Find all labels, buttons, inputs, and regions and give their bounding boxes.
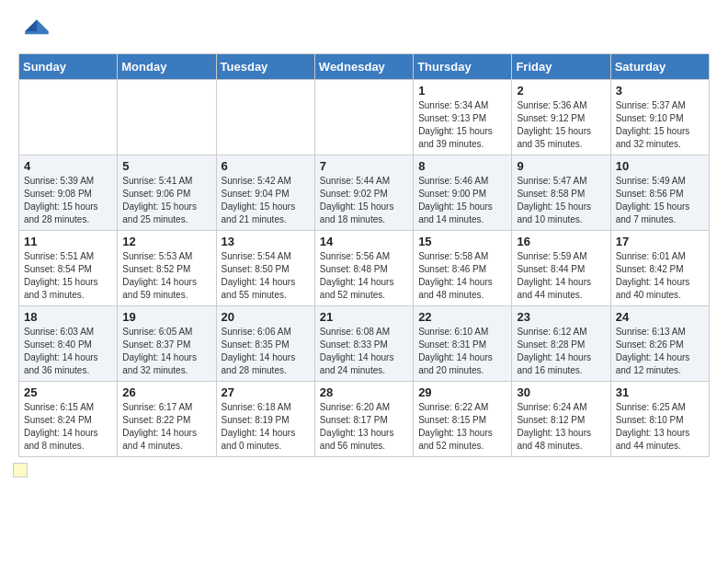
day-info: Sunrise: 5:46 AM Sunset: 9:00 PM Dayligh…	[418, 175, 506, 226]
calendar-week-row: 18Sunrise: 6:03 AM Sunset: 8:40 PM Dayli…	[19, 306, 710, 382]
day-number: 14	[320, 235, 408, 248]
day-number: 5	[122, 159, 210, 173]
calendar-week-row: 11Sunrise: 5:51 AM Sunset: 8:54 PM Dayli…	[19, 231, 710, 306]
calendar-cell: 28Sunrise: 6:20 AM Sunset: 8:17 PM Dayli…	[314, 382, 413, 457]
day-info: Sunrise: 6:01 AM Sunset: 8:42 PM Dayligh…	[616, 250, 704, 302]
day-info: Sunrise: 6:08 AM Sunset: 8:33 PM Dayligh…	[320, 326, 408, 377]
calendar-header-row: SundayMondayTuesdayWednesdayThursdayFrid…	[19, 54, 710, 80]
calendar-cell: 20Sunrise: 6:06 AM Sunset: 8:35 PM Dayli…	[216, 306, 314, 382]
calendar-cell: 15Sunrise: 5:58 AM Sunset: 8:46 PM Dayli…	[414, 231, 512, 306]
day-number: 11	[24, 235, 112, 248]
day-number: 15	[418, 235, 506, 248]
calendar-cell	[216, 80, 314, 155]
calendar-cell: 4Sunrise: 5:39 AM Sunset: 9:08 PM Daylig…	[19, 155, 118, 231]
day-info: Sunrise: 6:05 AM Sunset: 8:37 PM Dayligh…	[122, 326, 210, 377]
logo-icon	[22, 17, 51, 46]
day-info: Sunrise: 6:15 AM Sunset: 8:24 PM Dayligh…	[24, 401, 112, 453]
day-info: Sunrise: 5:34 AM Sunset: 9:13 PM Dayligh…	[418, 99, 506, 151]
calendar-week-row: 25Sunrise: 6:15 AM Sunset: 8:24 PM Dayli…	[19, 382, 710, 457]
calendar-cell: 13Sunrise: 5:54 AM Sunset: 8:50 PM Dayli…	[216, 231, 314, 306]
day-number: 3	[616, 84, 704, 98]
day-number: 1	[418, 84, 506, 98]
calendar-cell: 9Sunrise: 5:47 AM Sunset: 8:58 PM Daylig…	[512, 155, 610, 231]
day-info: Sunrise: 5:56 AM Sunset: 8:48 PM Dayligh…	[320, 250, 408, 302]
calendar-day-header-friday: Friday	[512, 54, 610, 80]
day-info: Sunrise: 5:47 AM Sunset: 8:58 PM Dayligh…	[517, 175, 605, 226]
calendar-wrapper: SundayMondayTuesdayWednesdayThursdayFrid…	[0, 53, 728, 457]
page-header	[0, 0, 728, 53]
day-info: Sunrise: 5:39 AM Sunset: 9:08 PM Dayligh…	[24, 175, 112, 226]
day-number: 22	[418, 310, 506, 324]
calendar-day-header-wednesday: Wednesday	[314, 54, 413, 80]
calendar-cell: 1Sunrise: 5:34 AM Sunset: 9:13 PM Daylig…	[414, 80, 512, 155]
day-info: Sunrise: 5:54 AM Sunset: 8:50 PM Dayligh…	[222, 250, 310, 302]
day-info: Sunrise: 5:53 AM Sunset: 8:52 PM Dayligh…	[122, 250, 210, 302]
calendar-cell: 26Sunrise: 6:17 AM Sunset: 8:22 PM Dayli…	[118, 382, 216, 457]
day-number: 6	[222, 159, 310, 173]
calendar-cell: 12Sunrise: 5:53 AM Sunset: 8:52 PM Dayli…	[118, 231, 216, 306]
legend-color-box	[13, 463, 28, 477]
calendar-cell: 18Sunrise: 6:03 AM Sunset: 8:40 PM Dayli…	[19, 306, 118, 382]
day-number: 16	[517, 235, 605, 248]
day-info: Sunrise: 6:20 AM Sunset: 8:17 PM Dayligh…	[320, 401, 408, 453]
day-number: 29	[418, 385, 506, 399]
calendar-cell: 31Sunrise: 6:25 AM Sunset: 8:10 PM Dayli…	[610, 382, 709, 457]
calendar-cell: 19Sunrise: 6:05 AM Sunset: 8:37 PM Dayli…	[118, 306, 216, 382]
day-number: 28	[320, 385, 408, 399]
day-number: 23	[517, 310, 605, 324]
svg-marker-0	[37, 19, 49, 31]
day-info: Sunrise: 6:17 AM Sunset: 8:22 PM Dayligh…	[122, 401, 210, 453]
calendar-cell: 24Sunrise: 6:13 AM Sunset: 8:26 PM Dayli…	[610, 306, 709, 382]
day-info: Sunrise: 6:10 AM Sunset: 8:31 PM Dayligh…	[418, 326, 506, 377]
day-info: Sunrise: 6:24 AM Sunset: 8:12 PM Dayligh…	[517, 401, 605, 453]
day-info: Sunrise: 6:18 AM Sunset: 8:19 PM Dayligh…	[222, 401, 310, 453]
svg-marker-1	[25, 19, 37, 31]
calendar-day-header-thursday: Thursday	[414, 54, 512, 80]
day-info: Sunrise: 6:22 AM Sunset: 8:15 PM Dayligh…	[418, 401, 506, 453]
calendar-cell: 7Sunrise: 5:44 AM Sunset: 9:02 PM Daylig…	[314, 155, 413, 231]
calendar-cell: 21Sunrise: 6:08 AM Sunset: 8:33 PM Dayli…	[314, 306, 413, 382]
calendar-day-header-monday: Monday	[118, 54, 216, 80]
calendar-cell: 25Sunrise: 6:15 AM Sunset: 8:24 PM Dayli…	[19, 382, 118, 457]
day-info: Sunrise: 5:41 AM Sunset: 9:06 PM Dayligh…	[122, 175, 210, 226]
logo	[22, 17, 53, 46]
day-number: 24	[616, 310, 704, 324]
calendar-cell: 17Sunrise: 6:01 AM Sunset: 8:42 PM Dayli…	[610, 231, 709, 306]
calendar-cell: 2Sunrise: 5:36 AM Sunset: 9:12 PM Daylig…	[512, 80, 610, 155]
day-number: 21	[320, 310, 408, 324]
day-number: 9	[517, 159, 605, 173]
day-number: 7	[320, 159, 408, 173]
day-info: Sunrise: 5:59 AM Sunset: 8:44 PM Dayligh…	[517, 250, 605, 302]
day-info: Sunrise: 6:06 AM Sunset: 8:35 PM Dayligh…	[222, 326, 310, 377]
day-number: 2	[517, 84, 605, 98]
calendar-cell	[314, 80, 413, 155]
day-number: 25	[24, 385, 112, 399]
day-info: Sunrise: 5:37 AM Sunset: 9:10 PM Dayligh…	[616, 99, 704, 151]
calendar-cell: 23Sunrise: 6:12 AM Sunset: 8:28 PM Dayli…	[512, 306, 610, 382]
day-number: 30	[517, 385, 605, 399]
calendar-cell: 30Sunrise: 6:24 AM Sunset: 8:12 PM Dayli…	[512, 382, 610, 457]
calendar-cell: 14Sunrise: 5:56 AM Sunset: 8:48 PM Dayli…	[314, 231, 413, 306]
day-number: 10	[616, 159, 704, 173]
calendar-week-row: 4Sunrise: 5:39 AM Sunset: 9:08 PM Daylig…	[19, 155, 710, 231]
day-info: Sunrise: 5:58 AM Sunset: 8:46 PM Dayligh…	[418, 250, 506, 302]
day-info: Sunrise: 5:44 AM Sunset: 9:02 PM Dayligh…	[320, 175, 408, 226]
calendar-table: SundayMondayTuesdayWednesdayThursdayFrid…	[18, 53, 710, 457]
calendar-cell: 16Sunrise: 5:59 AM Sunset: 8:44 PM Dayli…	[512, 231, 610, 306]
calendar-day-header-sunday: Sunday	[19, 54, 118, 80]
calendar-day-header-tuesday: Tuesday	[216, 54, 314, 80]
calendar-cell: 27Sunrise: 6:18 AM Sunset: 8:19 PM Dayli…	[216, 382, 314, 457]
day-info: Sunrise: 6:25 AM Sunset: 8:10 PM Dayligh…	[616, 401, 704, 453]
day-number: 4	[24, 159, 112, 173]
calendar-cell: 3Sunrise: 5:37 AM Sunset: 9:10 PM Daylig…	[610, 80, 709, 155]
day-number: 13	[222, 235, 310, 248]
day-info: Sunrise: 5:51 AM Sunset: 8:54 PM Dayligh…	[24, 250, 112, 302]
day-info: Sunrise: 5:49 AM Sunset: 8:56 PM Dayligh…	[616, 175, 704, 226]
calendar-cell: 8Sunrise: 5:46 AM Sunset: 9:00 PM Daylig…	[414, 155, 512, 231]
day-number: 17	[616, 235, 704, 248]
calendar-cell	[19, 80, 118, 155]
day-info: Sunrise: 6:12 AM Sunset: 8:28 PM Dayligh…	[517, 326, 605, 377]
calendar-cell: 11Sunrise: 5:51 AM Sunset: 8:54 PM Dayli…	[19, 231, 118, 306]
day-number: 31	[616, 385, 704, 399]
svg-rect-2	[25, 31, 49, 34]
